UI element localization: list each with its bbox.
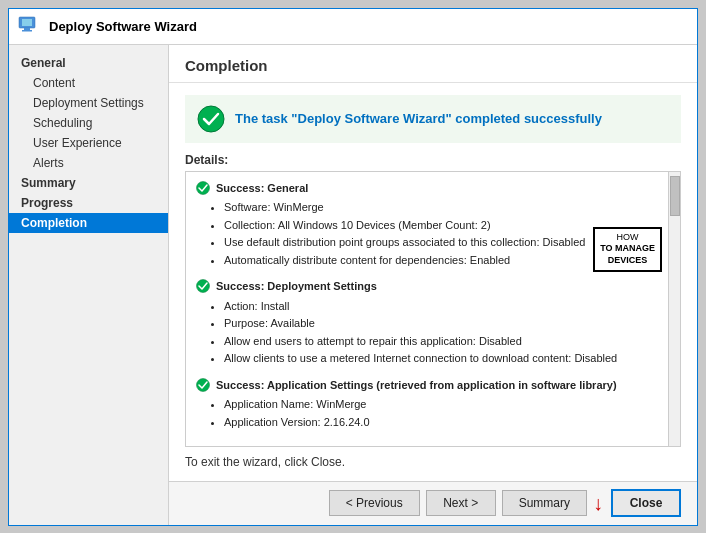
scrollbar-thumb[interactable] <box>670 176 680 216</box>
details-box: Success: General Software: WinMerge Coll… <box>185 171 681 447</box>
deployment-bullets: Action: Install Purpose: Available Allow… <box>196 298 658 367</box>
footer: < Previous Next > Summary ↓ Close <box>169 481 697 525</box>
check-icon-deployment <box>196 279 210 293</box>
sidebar-item-user-experience[interactable]: User Experience <box>9 133 168 153</box>
general-bullet-1: Software: WinMerge <box>224 199 658 216</box>
window-body: General Content Deployment Settings Sche… <box>9 45 697 525</box>
next-button[interactable]: Next > <box>426 490 496 516</box>
sidebar-item-scheduling[interactable]: Scheduling <box>9 113 168 133</box>
watermark: HOW TO MANAGE DEVICES <box>593 227 662 272</box>
main-window: Deploy Software Wizard General Content D… <box>8 8 698 526</box>
deployment-bullet-3: Allow end users to attempt to repair thi… <box>224 333 658 350</box>
svg-rect-2 <box>24 28 30 30</box>
arrow-container: ↓ <box>593 493 603 513</box>
check-icon-appsettings <box>196 378 210 392</box>
section-title-general: Success: General <box>216 180 308 197</box>
down-arrow-icon: ↓ <box>593 493 603 513</box>
close-button[interactable]: Close <box>611 489 681 517</box>
sidebar-item-content[interactable]: Content <box>9 73 168 93</box>
section-row-deployment: Success: Deployment Settings <box>196 278 658 295</box>
general-bullets: Software: WinMerge Collection: All Windo… <box>196 199 658 268</box>
detail-section-appsettings: Success: Application Settings (retrieved… <box>196 377 658 431</box>
title-bar: Deploy Software Wizard <box>9 9 697 45</box>
svg-point-4 <box>198 106 224 132</box>
content-area: The task "Deploy Software Wizard" comple… <box>169 83 697 481</box>
sidebar-item-completion[interactable]: Completion <box>9 213 168 233</box>
summary-button[interactable]: Summary <box>502 490 587 516</box>
exit-text: To exit the wizard, click Close. <box>185 455 681 469</box>
success-message: The task "Deploy Software Wizard" comple… <box>235 111 602 126</box>
window-icon <box>17 14 41 38</box>
deployment-bullet-2: Purpose: Available <box>224 315 658 332</box>
success-banner: The task "Deploy Software Wizard" comple… <box>185 95 681 143</box>
main-header: Completion <box>169 45 697 83</box>
watermark-line1: HOW <box>600 232 655 244</box>
sidebar-item-alerts[interactable]: Alerts <box>9 153 168 173</box>
deployment-bullet-1: Action: Install <box>224 298 658 315</box>
check-icon-general <box>196 181 210 195</box>
watermark-line2: TO MANAGE <box>600 243 655 255</box>
appsettings-bullets: Application Name: WinMerge Application V… <box>196 396 658 430</box>
section-title-deployment: Success: Deployment Settings <box>216 278 377 295</box>
deployment-bullet-4: Allow clients to use a metered Internet … <box>224 350 658 367</box>
title-bar-text: Deploy Software Wizard <box>49 19 197 34</box>
sidebar-item-deployment-settings[interactable]: Deployment Settings <box>9 93 168 113</box>
sidebar-item-summary[interactable]: Summary <box>9 173 168 193</box>
appsettings-bullet-1: Application Name: WinMerge <box>224 396 658 413</box>
previous-button[interactable]: < Previous <box>329 490 420 516</box>
success-check-icon <box>197 105 225 133</box>
section-row-general: Success: General <box>196 180 658 197</box>
details-label: Details: <box>185 153 681 167</box>
sidebar: General Content Deployment Settings Sche… <box>9 45 169 525</box>
sidebar-item-progress[interactable]: Progress <box>9 193 168 213</box>
detail-section-deployment: Success: Deployment Settings Action: Ins… <box>196 278 658 367</box>
watermark-line3: DEVICES <box>600 255 655 267</box>
main-content: Completion The task "Deploy Software Wiz… <box>169 45 697 525</box>
appsettings-bullet-2: Application Version: 2.16.24.0 <box>224 414 658 431</box>
svg-rect-3 <box>22 30 32 32</box>
scrollbar-track[interactable] <box>668 172 680 446</box>
section-row-appsettings: Success: Application Settings (retrieved… <box>196 377 658 394</box>
svg-rect-1 <box>22 19 32 26</box>
detail-section-general: Success: General Software: WinMerge Coll… <box>196 180 658 269</box>
details-scroll[interactable]: Success: General Software: WinMerge Coll… <box>186 172 668 446</box>
section-title-appsettings: Success: Application Settings (retrieved… <box>216 377 617 394</box>
section-title: Completion <box>185 57 681 74</box>
sidebar-item-general[interactable]: General <box>9 53 168 73</box>
